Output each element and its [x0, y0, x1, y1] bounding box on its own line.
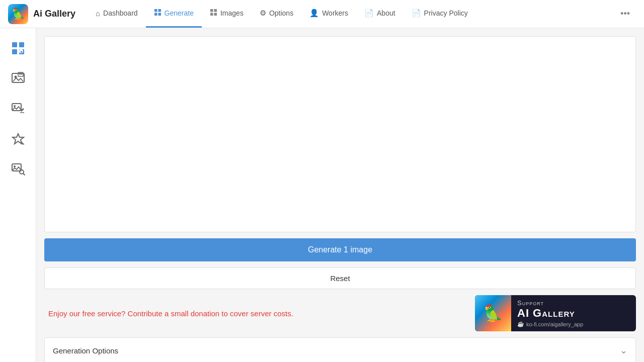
body-layout: ★ — [0, 28, 644, 362]
donation-text: Enjoy our free service? Contribute a sma… — [44, 309, 469, 318]
brand-logo-image: 🦜 — [8, 4, 28, 24]
nav-item-privacy-label: Privacy Policy — [424, 9, 468, 17]
svg-rect-0 — [154, 9, 157, 12]
svg-text:★: ★ — [19, 50, 23, 54]
kofi-logo: 🦜 — [475, 295, 511, 331]
kofi-link: ☕ ko-fi.com/aigallery_app — [517, 321, 583, 327]
brand-name: Ai Gallery — [33, 9, 75, 19]
nav-item-about-label: About — [377, 9, 395, 17]
more-dots-icon: ••• — [620, 9, 630, 19]
nav-item-generate[interactable]: Generate — [146, 0, 202, 28]
nav-more-button[interactable]: ••• — [614, 9, 636, 19]
nav-item-dashboard[interactable]: ⌂ Dashboard — [88, 0, 146, 28]
nav-item-options-label: Options — [269, 9, 293, 17]
nav-item-images-label: Images — [220, 9, 244, 17]
nav-item-privacy[interactable]: 📄 Privacy Policy — [404, 0, 476, 28]
reset-button[interactable]: Reset — [44, 267, 636, 289]
svg-rect-1 — [158, 9, 161, 12]
kofi-link-icon: ☕ — [517, 321, 524, 327]
svg-rect-8 — [12, 42, 17, 47]
generate-icon — [154, 9, 162, 18]
privacy-icon: 📄 — [412, 9, 421, 18]
svg-rect-7 — [214, 13, 217, 16]
generation-options[interactable]: Generation Options ⌄ — [44, 337, 636, 362]
nav-item-workers[interactable]: 👤 Workers — [301, 0, 356, 28]
kofi-link-text: ko-fi.com/aigallery_app — [526, 321, 583, 327]
svg-rect-6 — [210, 13, 213, 16]
nav-item-images[interactable]: Images — [202, 0, 252, 28]
home-icon: ⌂ — [96, 9, 100, 18]
nav-items: ⌂ Dashboard Generate — [88, 0, 476, 28]
svg-line-27 — [23, 173, 25, 175]
nav-item-options[interactable]: ⚙ Options — [252, 0, 301, 28]
kofi-banner[interactable]: 🦜 Support AI Gallery ☕ ko-fi.com/aigalle… — [475, 295, 636, 331]
images-icon — [210, 9, 217, 18]
about-icon: 📄 — [364, 9, 374, 18]
sidebar-item-edit[interactable] — [6, 97, 30, 121]
sidebar-item-gallery[interactable] — [6, 66, 30, 90]
sidebar-item-generate-images[interactable]: ★ — [6, 36, 30, 60]
sidebar-item-search-image[interactable] — [6, 157, 30, 181]
main-content: Generate 1 image Reset Enjoy our free se… — [36, 28, 644, 362]
canvas-area — [44, 36, 636, 232]
svg-rect-10 — [12, 49, 17, 54]
chevron-down-icon: ⌄ — [620, 345, 627, 356]
kofi-title: AI Gallery — [517, 307, 583, 320]
nav-item-dashboard-label: Dashboard — [103, 9, 138, 17]
brand-logo-link[interactable]: 🦜 Ai Gallery — [8, 4, 75, 24]
svg-rect-4 — [210, 9, 213, 12]
generate-button[interactable]: Generate 1 image — [44, 238, 636, 261]
nav-item-about[interactable]: 📄 About — [356, 0, 404, 28]
sidebar: ★ — [0, 28, 36, 362]
svg-rect-3 — [158, 13, 161, 16]
kofi-support-label: Support — [517, 299, 583, 307]
kofi-text: Support AI Gallery ☕ ko-fi.com/aigallery… — [511, 295, 589, 331]
nav-item-generate-label: Generate — [165, 9, 194, 17]
svg-rect-2 — [154, 13, 157, 16]
workers-icon: 👤 — [309, 9, 319, 18]
svg-point-25 — [14, 165, 16, 167]
sidebar-item-favorites[interactable] — [6, 127, 30, 151]
svg-point-20 — [14, 105, 16, 107]
generation-options-label: Generation Options — [53, 346, 118, 355]
svg-rect-9 — [19, 42, 24, 47]
nav-item-workers-label: Workers — [322, 9, 348, 17]
options-icon: ⚙ — [260, 9, 266, 18]
top-navigation: 🦜 Ai Gallery ⌂ Dashboard Generate — [0, 0, 644, 28]
svg-rect-5 — [214, 9, 217, 12]
donation-area: Enjoy our free service? Contribute a sma… — [44, 295, 636, 331]
